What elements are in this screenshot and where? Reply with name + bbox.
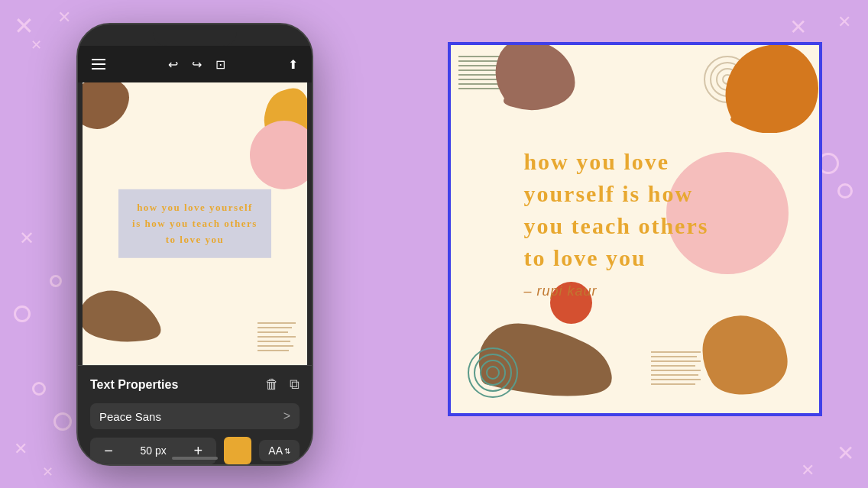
preview-quote-container: how you love yourself is how you teach o…: [523, 146, 737, 299]
preview-blob-brown-tl: [489, 42, 588, 114]
redo-button[interactable]: ↪: [192, 57, 202, 72]
svg-rect-0: [254, 319, 300, 357]
preview-card: how you love yourself is how you teach o…: [448, 42, 822, 416]
phone-notch: [153, 24, 237, 46]
home-indicator: [172, 457, 218, 460]
phone-quote-text: how you love yourself is how you teach o…: [132, 200, 257, 247]
phone-canvas: how you love yourself is how you teach o…: [83, 82, 307, 365]
phone-device: ↩ ↪ ⊡ ⬆: [76, 23, 313, 466]
x-mark-7: ✕: [801, 462, 815, 479]
circle-3: [50, 275, 62, 287]
x-mark-10: ✕: [19, 229, 34, 247]
undo-button[interactable]: ↩: [168, 57, 178, 72]
menu-button[interactable]: [92, 59, 105, 69]
preview-blob-orange-tr: [724, 42, 822, 133]
blob-brown-top-left: [83, 82, 147, 134]
font-size-decrease-button[interactable]: −: [99, 442, 118, 460]
phone-frame: ↩ ↪ ⊡ ⬆: [76, 23, 313, 466]
font-name-label: Peace Sans: [99, 410, 161, 423]
x-mark-4: ✕: [789, 17, 807, 38]
share-button[interactable]: ⬆: [288, 57, 298, 72]
delete-icon[interactable]: 🗑: [265, 377, 279, 393]
x-mark-9: ✕: [42, 465, 53, 479]
x-mark-6: ✕: [837, 443, 854, 464]
phone-topbar: ↩ ↪ ⊡ ⬆: [78, 46, 312, 82]
panel-action-icons: 🗑 ⧉: [265, 377, 300, 393]
circle-2: [837, 183, 853, 199]
font-size-control: − 50 px +: [90, 438, 216, 464]
preview-quote-text: how you love yourself is how you teach o…: [523, 146, 737, 274]
panel-header: Text Properties 🗑 ⧉: [90, 377, 300, 393]
aa-arrow-icon: ⇅: [284, 447, 290, 455]
blob-texture-bottom-right: [254, 319, 300, 357]
x-mark-5: ✕: [837, 14, 851, 31]
font-selector-row[interactable]: Peace Sans >: [90, 403, 300, 429]
duplicate-icon[interactable]: ⧉: [290, 377, 300, 393]
preview-swirl-bl: [465, 344, 522, 402]
text-case-button[interactable]: AA ⇅: [259, 440, 300, 461]
folder-button[interactable]: ⊡: [215, 57, 225, 72]
preview-texture-br: [651, 348, 701, 390]
circle-5: [32, 382, 46, 396]
font-size-value: 50 px: [124, 444, 183, 457]
svg-point-30: [481, 360, 505, 385]
preview-blob-hand-br: [697, 314, 796, 398]
blob-brown-bottom-left: [83, 289, 174, 342]
panel-title: Text Properties: [90, 378, 178, 392]
svg-point-28: [468, 348, 517, 397]
font-color-swatch[interactable]: [224, 437, 251, 464]
x-mark-2: ✕: [57, 9, 71, 26]
aa-label: AA: [268, 444, 283, 457]
preview-author: – rupi kaur: [523, 283, 737, 299]
x-mark-3: ✕: [31, 38, 42, 52]
circle-4: [14, 305, 31, 322]
text-properties-panel: Text Properties 🗑 ⧉ Peace Sans > − 50 px…: [78, 365, 312, 464]
font-controls-row: − 50 px + AA ⇅: [90, 437, 300, 464]
pink-circle-canvas: [250, 121, 307, 189]
circle-6: [53, 412, 72, 431]
svg-point-31: [487, 367, 499, 379]
font-arrow-icon: >: [283, 409, 290, 423]
phone-text-box[interactable]: how you love yourself is how you teach o…: [118, 189, 271, 258]
x-mark-1: ✕: [14, 14, 34, 38]
x-mark-8: ✕: [14, 441, 28, 457]
